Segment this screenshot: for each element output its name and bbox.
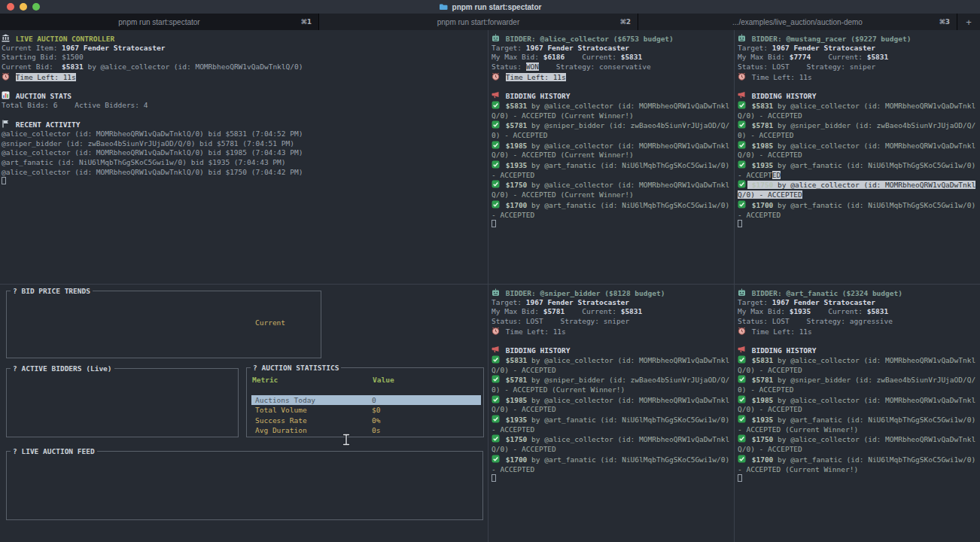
history-entry: $1750 by @alice_collector (id: MOMRbheoQ… <box>738 180 978 199</box>
stats-row[interactable]: Avg Duration0s <box>251 425 481 435</box>
bank-icon <box>2 34 11 42</box>
auction-stats-title: AUCTION STATS <box>16 92 72 100</box>
history-entry: $5831 by @alice_collector (id: MOMRbheoQ… <box>492 355 732 375</box>
check-icon <box>738 141 747 149</box>
target-value: 1967 Fender Stratocaster <box>526 298 629 306</box>
check-icon <box>738 160 747 169</box>
minimize-button[interactable] <box>20 3 27 11</box>
bar-chart-icon <box>2 91 11 99</box>
current-label: Current: <box>828 307 863 315</box>
history-entry: $1750 by @alice_collector (id: MOMRbheoQ… <box>738 434 978 454</box>
target-label: Target: <box>738 298 768 306</box>
status-label: Status: <box>738 317 768 325</box>
flag-icon <box>2 120 11 128</box>
current-label: Current: <box>582 307 616 315</box>
stats-row[interactable]: Success Rate0% <box>251 416 481 425</box>
bidder-pane[interactable]: BIDDER: @art_fanatic ($2324 budget)Targe… <box>735 285 980 484</box>
bidder-title: BIDDER: @art_fanatic ($2324 budget) <box>752 289 902 297</box>
bidder-pane[interactable]: BIDDER: @alice_collector ($6753 budget)T… <box>488 30 734 230</box>
strategy-label: Strategy: <box>561 317 599 325</box>
metric-header: Metric <box>252 376 278 384</box>
check-icon <box>492 160 501 169</box>
strategy-value: sniper <box>850 62 875 71</box>
bidding-history-title: BIDDING HISTORY <box>752 92 817 100</box>
history-entry: $5831 by @alice_collector (id: MOMRbheoQ… <box>738 355 978 375</box>
check-icon <box>738 375 747 383</box>
new-tab-button[interactable]: + <box>957 14 980 30</box>
alarm-clock-icon <box>2 72 11 81</box>
current-item-value: 1967 Fender Stratocaster <box>62 44 165 52</box>
dashboard-pane[interactable]: ? BID PRICE TRENDS Current ? ACTIVE BIDD… <box>0 285 488 542</box>
bidder-pane[interactable]: BIDDER: @mustang_racer ($9227 budget)Tar… <box>735 30 980 230</box>
folder-icon <box>439 3 449 11</box>
controller-title: LIVE AUCTION CONTROLLER <box>16 35 115 43</box>
history-entry: $1935 by @art_fanatic (id: NiU6lMqbThGgS… <box>738 415 978 434</box>
robot-icon <box>738 288 747 297</box>
close-button[interactable] <box>7 3 14 11</box>
check-icon <box>738 200 747 209</box>
terminal-cursor <box>738 474 742 482</box>
bidder-title: BIDDER: @sniper_bidder ($8128 budget) <box>506 289 665 297</box>
alarm-clock-icon <box>738 327 747 335</box>
check-icon <box>492 120 501 129</box>
check-icon <box>738 395 747 403</box>
recent-activity-title: RECENT ACTIVITY <box>16 120 81 129</box>
history-entry: $1700 by @art_fanatic (id: NiU6lMqbThGgS… <box>738 455 978 474</box>
terminal-cursor <box>492 474 496 482</box>
status-value: LOST <box>772 317 790 325</box>
status-label: Status: <box>738 62 768 71</box>
history-entry: $5781 by @sniper_bidder (id: zwBaeo4bSiu… <box>492 375 732 394</box>
current-item-label: Current Item: <box>2 44 57 52</box>
history-entry: $5831 by @alice_collector (id: MOMRbheoQ… <box>492 101 732 120</box>
stats-row[interactable]: Auctions Today0 <box>251 395 481 405</box>
terminal-tab[interactable]: pnpm run start:forwarder⌘2 <box>319 14 638 30</box>
history-entry: $1750 by @alice_collector (id: MOMRbheoQ… <box>492 180 732 199</box>
history-entry: $1985 by @alice_collector (id: MOMRbheoQ… <box>492 141 732 160</box>
terminal-cursor <box>738 220 742 227</box>
max-bid-value: $1935 <box>790 307 811 315</box>
stats-row[interactable]: Total Volume$0 <box>251 405 481 415</box>
time-left: Time Left: 11s <box>506 73 566 81</box>
target-label: Target: <box>738 44 768 52</box>
history-entry: $1985 by @alice_collector (id: MOMRbheoQ… <box>738 395 978 415</box>
check-icon <box>492 434 501 443</box>
current-label: Current: <box>828 53 863 61</box>
traffic-lights <box>7 3 40 11</box>
check-icon <box>738 355 747 364</box>
tab-shortcut: ⌘3 <box>939 18 950 26</box>
max-bid-value: $6186 <box>543 53 565 61</box>
history-entry: $1700 by @art_fanatic (id: NiU6lMqbThGgS… <box>738 200 978 220</box>
bidding-history-title: BIDDING HISTORY <box>506 92 571 100</box>
history-entry: $5831 by @alice_collector (id: MOMRbheoQ… <box>738 101 978 120</box>
current-bid-label: Current Bid: <box>2 62 53 71</box>
history-entry: $5781 by @sniper_bidder (id: zwBaeo4bSiu… <box>738 120 978 140</box>
bidder-pane[interactable]: BIDDER: @sniper_bidder ($8128 budget)Tar… <box>488 285 734 484</box>
check-icon <box>492 395 501 403</box>
terminal-tab[interactable]: .../examples/live_auction/auction-demo⌘3 <box>638 14 957 30</box>
active-bidders-title: ? ACTIVE BIDDERS (Live) <box>11 364 114 373</box>
maximize-button[interactable] <box>32 3 40 11</box>
controller-pane[interactable]: LIVE AUCTION CONTROLLER Current Item: 19… <box>0 30 488 284</box>
auction-statistics-box: ? AUCTION STATISTICS MetricValue Auction… <box>246 367 484 437</box>
strategy-value: aggressive <box>850 317 893 325</box>
bidding-history-title: BIDDING HISTORY <box>506 346 571 355</box>
starting-bid-value: $1500 <box>62 53 84 61</box>
megaphone-icon <box>492 91 501 99</box>
bidding-history-list: $5831 by @alice_collector (id: MOMRbheoQ… <box>492 101 732 220</box>
strategy-label: Strategy: <box>807 62 845 71</box>
live-auction-feed-title: ? LIVE AUCTION FEED <box>11 446 97 456</box>
current-value: $5831 <box>867 307 889 315</box>
robot-icon <box>492 288 501 297</box>
check-icon <box>738 415 747 423</box>
terminal-tab[interactable]: pnpm run start:spectator⌘1 <box>0 14 319 30</box>
megaphone-icon <box>492 346 501 354</box>
history-entry: $1700 by @art_fanatic (id: NiU6lMqbThGgS… <box>492 455 732 474</box>
history-entry: $1935 by @art_fanatic (id: NiU6lMqbThGgS… <box>492 415 732 434</box>
alarm-clock-icon <box>738 72 747 81</box>
check-icon <box>492 355 501 364</box>
window-title: pnpm run start:spectator <box>439 3 542 11</box>
starting-bid-label: Starting Bid: <box>2 53 57 61</box>
activity-line: @alice_collector (id: MOMRbheoQRW1vQaDwT… <box>2 129 486 139</box>
bidding-history-list: $5831 by @alice_collector (id: MOMRbheoQ… <box>492 355 732 474</box>
tab-label: pnpm run start:spectator <box>118 18 199 26</box>
